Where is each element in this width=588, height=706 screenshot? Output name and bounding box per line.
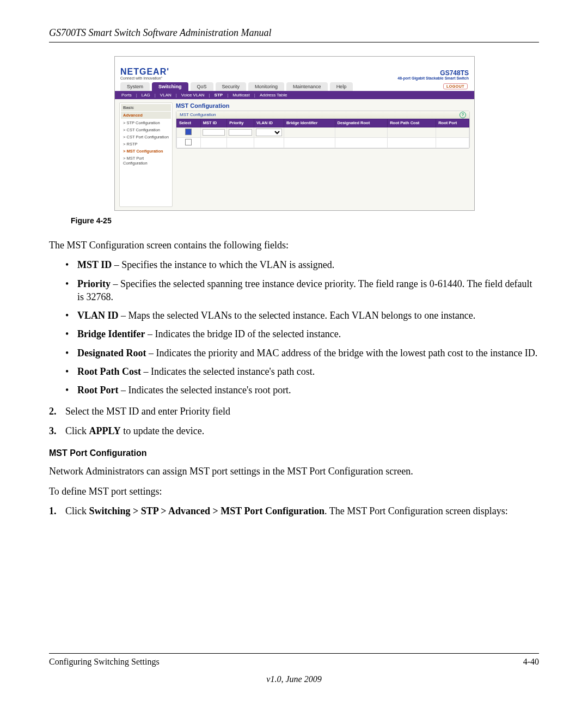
col-vlan-id: VLAN ID — [254, 119, 284, 127]
priority-input[interactable] — [229, 129, 252, 136]
col-priority: Priority — [227, 119, 254, 127]
product-name: GS748TS — [397, 70, 469, 76]
subnav-vlan[interactable]: VLAN — [159, 93, 173, 98]
footer-right: 4-40 — [523, 657, 539, 667]
screenshot-figure: NETGEAR' Connect with Innovation" GS748T… — [114, 56, 474, 211]
table-header-row: Select MST ID Priority VLAN ID Bridge Id… — [177, 119, 469, 127]
tab-help[interactable]: Help — [330, 82, 353, 91]
product-block: GS748TS 48-port Gigabit Stackable Smart … — [397, 70, 469, 80]
step-item: 1.Click Switching > STP > Advanced > MST… — [49, 504, 539, 518]
table-row — [177, 127, 469, 138]
main-tabs: System Switching QoS Security Monitoring… — [115, 82, 474, 91]
footer-version: v1.0, June 2009 — [49, 674, 539, 684]
list-item: Root Path Cost – Indicates the selected … — [49, 365, 539, 378]
side-cst-config[interactable]: > CST Configuration — [121, 126, 171, 133]
list-item: Bridge Identifer – Indicates the bridge … — [49, 327, 539, 340]
brand-logo: NETGEAR — [120, 67, 167, 76]
subnav-voice-vlan[interactable]: Voice VLAN — [180, 93, 206, 98]
section-para: Network Administrators can assign MST po… — [49, 465, 539, 478]
step-item: 2.Select the MST ID and enter Priority f… — [49, 405, 539, 418]
sub-nav: Ports| LAG| VLAN| Voice VLAN| STP| Multi… — [115, 91, 474, 99]
subnav-stp[interactable]: STP — [213, 93, 224, 98]
col-bridge-id: Bridge Identifier — [284, 119, 335, 127]
mst-id-input[interactable] — [203, 129, 225, 136]
steps-list-2: 1.Click Switching > STP > Advanced > MST… — [49, 504, 539, 518]
table-row — [177, 138, 469, 148]
step-item: 3.Click APPLY to update the device. — [49, 424, 539, 437]
subnav-ports[interactable]: Ports — [120, 93, 133, 98]
list-item: Root Port – Indicates the selected insta… — [49, 384, 539, 397]
tab-maintenance[interactable]: Maintenance — [286, 82, 328, 91]
mst-table: Select MST ID Priority VLAN ID Bridge Id… — [176, 119, 469, 148]
brand-logo-dot: ' — [167, 67, 169, 76]
side-advanced-header[interactable]: Advanced — [121, 112, 171, 119]
tab-system[interactable]: System — [120, 82, 150, 91]
steps-list: 2.Select the MST ID and enter Priority f… — [49, 405, 539, 438]
list-item: MST ID – Specifies the instance to which… — [49, 258, 539, 271]
field-list: MST ID – Specifies the instance to which… — [49, 258, 539, 397]
brand-block: NETGEAR' Connect with Innovation" — [120, 68, 169, 80]
logout-button[interactable]: LOGOUT — [443, 83, 468, 89]
side-basic-header[interactable]: Basic — [121, 104, 171, 111]
tab-security[interactable]: Security — [216, 82, 247, 91]
page-title: MST Configuration — [176, 102, 470, 109]
vlan-id-select[interactable] — [256, 129, 282, 136]
doc-header: GS700TS Smart Switch Software Administra… — [49, 27, 539, 42]
app-topbar: NETGEAR' Connect with Innovation" GS748T… — [115, 57, 474, 80]
section-para: To define MST port settings: — [49, 485, 539, 498]
side-mst-config[interactable]: > MST Configuration — [121, 148, 171, 155]
side-rstp[interactable]: > RSTP — [121, 141, 171, 148]
app-body: Basic Advanced > STP Configuration > CST… — [115, 99, 474, 210]
section-heading: MST Port Configuration — [49, 448, 539, 458]
col-mst-id: MST ID — [200, 119, 226, 127]
product-sub: 48-port Gigabit Stackable Smart Switch — [397, 76, 469, 80]
subnav-lag[interactable]: LAG — [140, 93, 151, 98]
app-window: NETGEAR' Connect with Innovation" GS748T… — [114, 56, 475, 211]
footer-left: Configuring Switching Settings — [49, 657, 160, 667]
col-select: Select — [177, 119, 201, 127]
side-nav: Basic Advanced > STP Configuration > CST… — [119, 102, 173, 207]
col-designated-root: Designated Root — [335, 119, 388, 127]
select-checkbox[interactable] — [185, 129, 192, 135]
tab-qos[interactable]: QoS — [191, 82, 213, 91]
brand-tagline: Connect with Innovation" — [120, 76, 169, 80]
panel-header: MST Configuration ? — [176, 111, 469, 119]
figure-caption: Figure 4-25 — [71, 216, 539, 225]
config-panel: MST Configuration ? Select MST ID Priori… — [176, 111, 470, 149]
side-stp-config[interactable]: > STP Configuration — [121, 119, 171, 126]
select-checkbox[interactable] — [185, 139, 192, 145]
main-panel: MST Configuration MST Configuration ? Se… — [176, 102, 470, 207]
side-mst-port-config[interactable]: > MST Port Configuration — [121, 155, 171, 167]
side-cst-port-config[interactable]: > CST Port Configuration — [121, 133, 171, 141]
col-root-path-cost: Root Path Cost — [388, 119, 436, 127]
list-item: Priority – Specifies the selected spanni… — [49, 277, 539, 304]
subnav-address-table[interactable]: Address Table — [259, 93, 289, 98]
list-item: VLAN ID – Maps the selected VLANs to the… — [49, 309, 539, 322]
page-footer: Configuring Switching Settings 4-40 v1.0… — [49, 653, 539, 684]
tab-monitoring[interactable]: Monitoring — [248, 82, 284, 91]
tab-switching[interactable]: Switching — [152, 82, 188, 91]
list-item: Designated Root – Indicates the priority… — [49, 346, 539, 360]
col-root-port: Root Port — [436, 119, 469, 127]
subnav-multicast[interactable]: Multicast — [231, 93, 251, 98]
intro-para: The MST Configuration screen contains th… — [49, 239, 539, 252]
help-icon[interactable]: ? — [460, 112, 466, 118]
